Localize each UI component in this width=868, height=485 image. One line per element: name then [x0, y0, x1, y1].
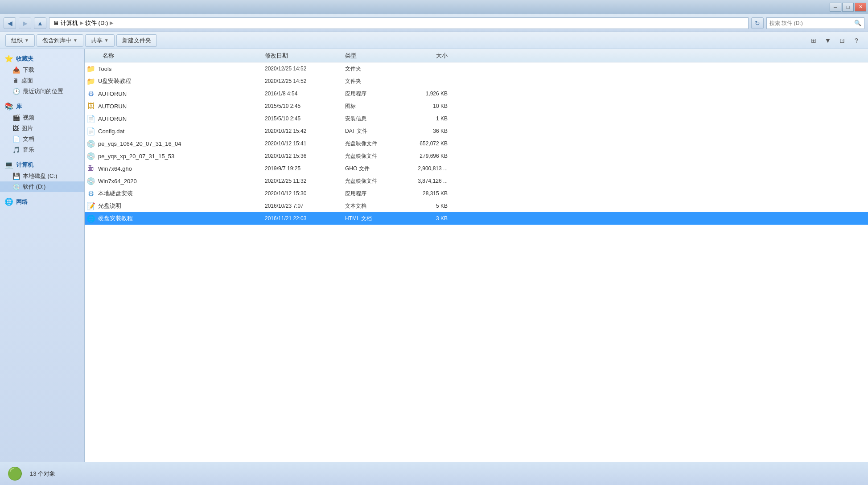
video-label: 视频: [23, 114, 34, 122]
file-name: U盘安装教程: [98, 77, 131, 85]
file-name: Config.dat: [98, 128, 124, 135]
maximize-button[interactable]: □: [842, 3, 854, 12]
sidebar-item-cdrive[interactable]: 💾 本地磁盘 (C:): [0, 171, 84, 181]
file-size-cell: 1,926 KB: [403, 90, 457, 97]
minimize-button[interactable]: ─: [830, 3, 841, 12]
up-button[interactable]: ▲: [34, 17, 46, 29]
help-button[interactable]: ?: [850, 35, 863, 46]
preview-pane-button[interactable]: ⊡: [836, 35, 848, 46]
file-size-cell: 2,900,813 ...: [403, 165, 457, 172]
file-date-cell: 2020/10/12 15:30: [265, 190, 345, 197]
sidebar-item-music[interactable]: 🎵 音乐: [0, 144, 84, 155]
col-header-date[interactable]: 修改日期: [265, 52, 345, 60]
file-name-cell: 🖼 AUTORUN: [86, 102, 265, 111]
library-icon: 📚: [4, 102, 13, 111]
file-name: AUTORUN: [98, 103, 127, 110]
table-row[interactable]: 🗜 Win7x64.gho 2019/9/7 19:25 GHO 文件 2,90…: [85, 162, 868, 175]
breadcrumb-drive[interactable]: 软件 (D:): [85, 19, 108, 27]
file-name: 光盘说明: [98, 202, 121, 210]
breadcrumb-computer[interactable]: 计算机: [61, 19, 78, 27]
sidebar-item-ddrive[interactable]: 💿 软件 (D:): [0, 181, 84, 192]
downloads-icon: 📥: [12, 66, 20, 74]
table-row[interactable]: 📄 AUTORUN 2015/5/10 2:45 安装信息 1 KB: [85, 112, 868, 125]
sidebar-computer-header: 💻 计算机: [0, 159, 84, 171]
file-date-cell: 2019/9/7 19:25: [265, 165, 345, 172]
table-row[interactable]: 💿 pe_yqs_xp_20_07_31_15_53 2020/10/12 15…: [85, 150, 868, 162]
close-button[interactable]: ✕: [855, 3, 866, 12]
table-row[interactable]: 💿 pe_yqs_1064_20_07_31_16_04 2020/10/12 …: [85, 137, 868, 150]
view-options-button[interactable]: ▼: [822, 35, 834, 46]
sidebar-network-section: 🌐 网络: [0, 196, 84, 208]
file-type-cell: 光盘映像文件: [345, 177, 403, 185]
file-type-icon: 📁: [86, 77, 95, 86]
status-bar: 🟢 13 个对象: [0, 462, 868, 485]
table-row[interactable]: 📁 Tools 2020/12/25 14:52 文件夹: [85, 62, 868, 75]
file-type-cell: 应用程序: [345, 90, 403, 98]
organize-button[interactable]: 组织 ▼: [5, 34, 35, 47]
view-toggle-button[interactable]: ⊞: [807, 35, 820, 46]
cdrive-icon: 💾: [12, 173, 20, 180]
image-icon: 🖼: [12, 125, 19, 132]
favorites-label: 收藏夹: [16, 55, 33, 63]
file-name: AUTORUN: [98, 90, 127, 97]
sidebar-item-image[interactable]: 🖼 图片: [0, 123, 84, 134]
table-row[interactable]: 📄 Config.dat 2020/10/12 15:42 DAT 文件 36 …: [85, 125, 868, 137]
table-row[interactable]: ⚙ AUTORUN 2016/1/8 4:54 应用程序 1,926 KB: [85, 87, 868, 100]
back-button[interactable]: ◀: [4, 17, 16, 29]
file-size-cell: 279,696 KB: [403, 153, 457, 159]
file-name-cell: 💿 pe_yqs_1064_20_07_31_16_04: [86, 139, 265, 148]
sidebar-item-doc[interactable]: 📄 文档: [0, 134, 84, 144]
recent-label: 最近访问的位置: [23, 87, 63, 95]
sidebar: ⭐ 收藏夹 📥 下载 🖥 桌面 🕐 最近访问的位置 📚 库 🎬: [0, 49, 85, 462]
doc-icon: 📄: [12, 136, 20, 143]
breadcrumb-sep1: ▶: [80, 20, 83, 26]
search-input[interactable]: [769, 20, 852, 26]
sidebar-item-downloads[interactable]: 📥 下载: [0, 65, 84, 75]
file-type-icon: 🗜: [86, 164, 95, 173]
include-library-button[interactable]: 包含到库中 ▼: [37, 34, 83, 47]
table-row[interactable]: 🌐 硬盘安装教程 2016/11/21 22:03 HTML 文档 3 KB: [85, 212, 868, 225]
refresh-button[interactable]: ↻: [751, 17, 764, 29]
sidebar-library-header: 📚 库: [0, 100, 84, 112]
share-arrow: ▼: [104, 38, 109, 43]
file-type-icon: ⚙: [86, 189, 95, 198]
search-box[interactable]: 🔍: [766, 17, 864, 29]
table-row[interactable]: 📝 光盘说明 2016/10/23 7:07 文本文档 5 KB: [85, 200, 868, 212]
col-header-type[interactable]: 类型: [345, 52, 403, 60]
new-folder-label: 新建文件夹: [122, 37, 151, 45]
file-date-cell: 2020/10/12 15:36: [265, 153, 345, 159]
sidebar-item-recent[interactable]: 🕐 最近访问的位置: [0, 86, 84, 97]
forward-button[interactable]: ▶: [19, 17, 31, 29]
file-name-cell: ⚙ 本地硬盘安装: [86, 189, 265, 198]
file-type-cell: GHO 文件: [345, 165, 403, 173]
table-row[interactable]: 🖼 AUTORUN 2015/5/10 2:45 图标 10 KB: [85, 100, 868, 112]
organize-label: 组织: [11, 37, 23, 45]
window-controls: ─ □ ✕: [830, 3, 866, 12]
file-name-cell: 📝 光盘说明: [86, 201, 265, 210]
sidebar-favorites-header: ⭐ 收藏夹: [0, 53, 84, 65]
file-name: Win7x64.gho: [98, 165, 132, 172]
file-date-cell: 2020/12/25 11:32: [265, 178, 345, 184]
file-name-cell: 📁 Tools: [86, 64, 265, 73]
table-row[interactable]: 💿 Win7x64_2020 2020/12/25 11:32 光盘映像文件 3…: [85, 175, 868, 187]
computer-sidebar-label: 计算机: [16, 161, 33, 169]
new-folder-button[interactable]: 新建文件夹: [116, 34, 157, 47]
sidebar-library-section: 📚 库 🎬 视频 🖼 图片 📄 文档 🎵 音乐: [0, 100, 84, 155]
file-type-cell: 文件夹: [345, 78, 403, 85]
sidebar-item-desktop[interactable]: 🖥 桌面: [0, 75, 84, 86]
music-label: 音乐: [23, 146, 34, 154]
col-header-size[interactable]: 大小: [403, 52, 457, 60]
file-date-cell: 2015/5/10 2:45: [265, 103, 345, 109]
network-label: 网络: [16, 198, 28, 206]
sidebar-item-video[interactable]: 🎬 视频: [0, 112, 84, 123]
table-row[interactable]: ⚙ 本地硬盘安装 2020/10/12 15:30 应用程序 28,315 KB: [85, 187, 868, 200]
file-size-cell: 3,874,126 ...: [403, 178, 457, 184]
toolbar-right: ⊞ ▼ ⊡ ?: [807, 35, 863, 46]
file-type-cell: 光盘映像文件: [345, 152, 403, 160]
status-count: 13 个对象: [30, 470, 55, 478]
file-date-cell: 2016/11/21 22:03: [265, 215, 345, 222]
main-area: ⭐ 收藏夹 📥 下载 🖥 桌面 🕐 最近访问的位置 📚 库 🎬: [0, 49, 868, 462]
share-button[interactable]: 共享 ▼: [85, 34, 115, 47]
col-header-name[interactable]: 名称: [86, 52, 265, 60]
table-row[interactable]: 📁 U盘安装教程 2020/12/25 14:52 文件夹: [85, 75, 868, 87]
